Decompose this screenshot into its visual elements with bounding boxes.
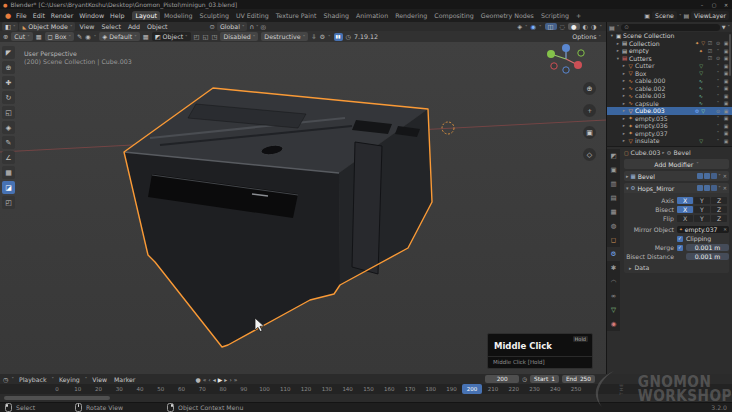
mirror-object-field[interactable]: ✦ empty.037 ✕ [677,226,729,233]
bisect-y-button[interactable]: Y [694,206,710,213]
cut-mode-dropdown[interactable]: Cut˅ [11,32,32,41]
realtime-toggle[interactable] [704,173,710,179]
outliner-row[interactable]: ▸ ∿ cable.003 ∿ ˅ ▣ [607,92,732,100]
camera-visibility-icon[interactable]: ▣ [722,123,730,129]
live-dropdown[interactable]: Disabled˅ [220,32,258,41]
tab-scripting[interactable]: Scripting [538,11,572,20]
hide-eye-icon[interactable]: ˅ [714,123,722,129]
tab-render[interactable]: ▣ [607,163,620,177]
boxcutter-tool[interactable]: ◪ [2,181,15,194]
outliner-editor-icon[interactable]: ▤ [609,24,615,31]
tab-add[interactable]: + [573,11,584,20]
outliner-scrollbar[interactable] [729,34,731,76]
outliner-item-name[interactable]: Scene Collection [622,32,702,39]
options-dropdown[interactable]: Options [572,33,596,40]
hide-eye-icon[interactable]: ˅ [714,138,722,144]
menu-window[interactable]: Window [76,12,107,19]
collapse-icon[interactable]: ▾ [626,185,629,191]
outliner-item-name[interactable]: cable.002 [634,85,698,92]
editor-type-button[interactable]: ◧˅ [2,22,18,31]
axis-z-button[interactable]: Z [711,197,727,204]
crate-model[interactable] [124,88,432,347]
navigation-gizmo[interactable] [547,44,584,73]
outliner-search-input[interactable]: ⊙ [621,24,719,31]
hide-eye-icon[interactable]: ˅ [714,85,722,91]
filter-funnel-icon[interactable]: ▼ [722,24,726,30]
exclude-checkbox-icon[interactable]: ☑ [706,48,714,54]
tab-rendering[interactable]: Rendering [392,11,430,20]
hide-eye-icon[interactable]: ˅ [714,63,722,69]
hide-eye-icon[interactable]: ˅ [714,48,722,54]
camera-view-button[interactable]: ▣ [583,126,596,139]
shading-material-icon[interactable]: ◐ [583,23,589,30]
timeline-ruler[interactable]: 0102030405060708090100110120130140150160… [0,384,732,394]
outliner-item-name[interactable]: cable.003 [634,92,698,99]
minimize-button[interactable]: – [696,2,708,8]
axis-y-handle[interactable] [547,50,555,58]
outliner-row[interactable]: ▸ ▤ empty ✦ ☑ ˅ ▣ [607,47,732,55]
end-frame-field[interactable]: End250 [562,375,595,383]
camera-visibility-icon[interactable]: ▣ [722,93,730,99]
outliner-item-name[interactable]: empty.035 [634,115,702,122]
maximize-button[interactable]: ▢ [708,2,720,8]
hide-eye-icon[interactable]: ˅ [714,78,722,84]
proportional-edit-icon[interactable]: ◎ [261,23,267,30]
menu-edit[interactable]: Edit [30,12,48,19]
axis-y-neg-handle[interactable] [578,50,584,56]
prev-frame-button[interactable]: ◂ [213,376,216,383]
timeline-scrollbar[interactable] [0,394,732,402]
outliner-row[interactable]: ▸ ▤ Collection ✦ ▽ ☑ ⊙ ▣ [607,40,732,48]
hide-eye-icon[interactable]: ˅ [714,130,722,136]
move-view-button[interactable]: ＋ [583,104,596,117]
shading-dropdown-icon[interactable]: ˅ [600,24,603,30]
tab-modeling[interactable]: Modeling [161,11,196,20]
timeline-editor-icon[interactable]: ◷ [3,376,8,383]
tab-material[interactable]: ◉ [607,317,620,331]
camera-visibility-icon[interactable]: ▣ [722,85,730,91]
editmode-toggle[interactable] [697,173,703,179]
tab-tool[interactable]: ◩ [607,149,620,163]
add-modifier-button[interactable]: Add Modifier ˅ [624,159,729,169]
merge-checkbox[interactable]: ✓ [677,245,683,251]
scale-tool[interactable]: ◱ [2,106,15,119]
breadcrumb-modifier[interactable]: Bevel [674,149,691,156]
outliner-row[interactable]: ▸ ∿ cable.002 ∿ ˅ ▣ [607,85,732,93]
shape-dropdown[interactable]: ◻Box˅ [45,32,74,41]
modifier-bevel-header[interactable]: ▸ ▦ Bevel ˅ ✕ [624,171,729,181]
tab-shading[interactable]: Shading [320,11,352,20]
outliner-row[interactable]: ▾ ▤ Cutters ☑ ⊙ ▣ [607,55,732,63]
render-toggle[interactable] [711,173,717,179]
flip-z-button[interactable]: Z [711,215,727,222]
viewport-3d[interactable]: ◤⊕✚↻◱◈✎∠▦◪◰ User Perspective (200) Scene… [0,42,606,374]
axis-x-button[interactable]: X [677,197,693,204]
pivot-icon[interactable]: ⊙ [210,23,215,30]
hide-eye-icon[interactable]: ˅ [714,100,722,106]
add-cube-tool[interactable]: ▦ [2,166,15,179]
editmode-toggle[interactable] [697,185,703,191]
outliner-item-name[interactable]: insulate [634,137,698,144]
tab-texture-paint[interactable]: Texture Paint [273,11,320,20]
jump-end-button[interactable]: » [234,376,238,383]
shading-solid-icon[interactable]: ● [568,23,580,30]
cursor-tool[interactable]: ⊕ [2,61,15,74]
outliner-row[interactable]: ▸ ▽ Cube.003 ⚙ ▽ ⊙ ▣ [607,107,732,115]
outliner-row[interactable]: ▸ ∿ cable.000 ∿ ˅ ▣ [607,77,732,85]
axis-z-handle[interactable] [562,44,570,52]
camera-visibility-icon[interactable]: ▣ [722,138,730,144]
outliner-row[interactable]: ▸ ✦ empty.036 ˅ ▣ [607,122,732,130]
breadcrumb-object[interactable]: Cube.003 [631,149,661,156]
rotate-tool[interactable]: ↻ [2,91,15,104]
playhead[interactable]: 200 [462,384,482,394]
outliner-item-name[interactable]: Collection [628,40,694,47]
zoom-button[interactable]: ⊕ [583,82,596,95]
measure-tool[interactable]: ∠ [2,151,15,164]
realtime-toggle[interactable] [704,185,710,191]
tab-modifiers[interactable]: ⚙ [607,247,620,261]
move-tool[interactable]: ✚ [2,76,15,89]
outliner-row[interactable]: ▸ ▽ insulate ▽ ˅ ▣ [607,137,732,145]
tab-physics[interactable]: ◠ [607,275,620,289]
extras-dropdown-icon[interactable]: ˅ [718,173,721,179]
snap-target-dropdown[interactable]: ◩Object˅ [152,32,191,41]
delete-modifier-icon[interactable]: ✕ [723,185,727,191]
axis-y-button[interactable]: Y [694,197,710,204]
